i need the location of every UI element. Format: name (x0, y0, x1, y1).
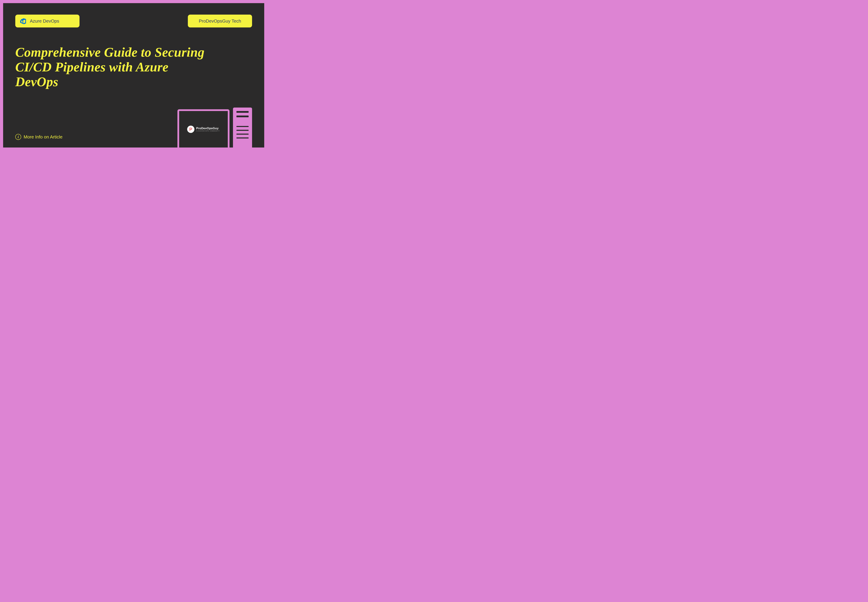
tower-slot (236, 137, 249, 138)
badge-brand-label: ProDevOpsGuy Tech (199, 18, 241, 24)
badge-azure-devops: Azure DevOps (15, 15, 80, 28)
info-icon: i (15, 134, 21, 140)
badge-azure-label: Azure DevOps (30, 18, 59, 24)
azure-devops-icon (20, 18, 26, 24)
slide-canvas: Azure DevOps ProDevOpsGuy Tech Comprehen… (3, 3, 264, 147)
page-title: Comprehensive Guide to Securing CI/CD Pi… (15, 45, 206, 89)
monitor-icon: P ProDevOpsGuy CLOUD/DEVOPS COMMUNITY (178, 109, 230, 149)
badge-brand: ProDevOpsGuy Tech (188, 15, 252, 28)
brand-logo-name: ProDevOpsGuy (196, 127, 220, 130)
brand-logo: P ProDevOpsGuy CLOUD/DEVOPS COMMUNITY (187, 126, 220, 133)
more-info-link[interactable]: i More Info on Article (15, 134, 63, 140)
computer-tower-icon (233, 108, 252, 149)
tower-slot (236, 111, 249, 113)
brand-logo-mark: P (187, 126, 194, 133)
more-info-text: More Info on Article (24, 134, 63, 140)
tower-slot (236, 115, 249, 117)
tower-slot (236, 130, 249, 131)
brand-logo-tagline: CLOUD/DEVOPS COMMUNITY (196, 130, 220, 132)
monitor-stand-icon (199, 149, 207, 150)
tower-slot (236, 126, 249, 127)
tower-slot (236, 134, 249, 135)
